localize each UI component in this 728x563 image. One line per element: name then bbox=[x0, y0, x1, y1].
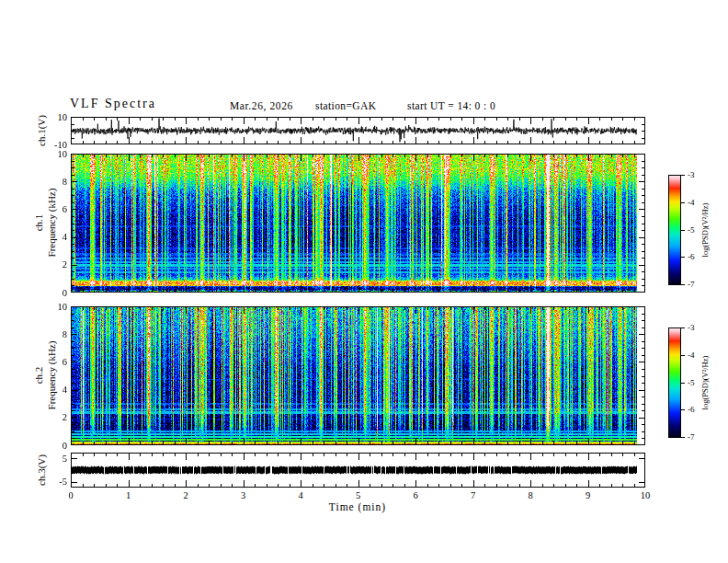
y-tick-label: 2 bbox=[43, 259, 67, 270]
colorbar-unit-label: log(PSD)(V²/Hz) bbox=[700, 203, 710, 258]
x-tick-label: 0 bbox=[57, 490, 85, 500]
x-tick-label: 5 bbox=[345, 490, 372, 500]
start-ut-label: start UT = 14: 0 : 0 bbox=[407, 100, 495, 111]
y-tick-label: 10 bbox=[43, 149, 67, 159]
colorbar-tick-label: -5 bbox=[688, 378, 695, 388]
x-tick-label: 9 bbox=[574, 490, 602, 500]
station-label: station=GAK bbox=[315, 100, 376, 111]
y-tick-label: 6 bbox=[43, 204, 67, 214]
colorbar-ch1 bbox=[668, 175, 687, 285]
ch2-frequency-axis-label: Frequency (kHz) bbox=[46, 341, 57, 410]
x-tick-label: 1 bbox=[115, 490, 142, 500]
colorbar-tick-label: -3 bbox=[688, 170, 695, 180]
ch3-waveform-plot bbox=[71, 453, 645, 488]
colorbar-tick-label: -7 bbox=[688, 432, 695, 442]
y-tick-label: 4 bbox=[43, 232, 67, 242]
x-tick-label: 10 bbox=[631, 490, 659, 500]
y-tick-label: 5 bbox=[43, 454, 67, 464]
colorbar-tick-label: -6 bbox=[688, 252, 695, 262]
ch2-spectrogram-channel-label: ch.2 bbox=[33, 367, 44, 385]
time-axis-label: Time (min) bbox=[329, 501, 386, 512]
ch1-waveform-plot bbox=[71, 117, 645, 144]
colorbar-tick-label: -5 bbox=[688, 225, 695, 236]
x-tick-label: 7 bbox=[460, 490, 487, 500]
y-tick-label: 4 bbox=[43, 385, 67, 395]
x-tick-label: 8 bbox=[517, 490, 544, 500]
y-tick-label: 6 bbox=[43, 357, 67, 367]
ch1-spectrogram-plot bbox=[71, 154, 645, 293]
y-tick-label: 8 bbox=[43, 177, 67, 187]
y-tick-label: 0 bbox=[43, 288, 67, 298]
ch1-frequency-axis-label: Frequency (kHz) bbox=[46, 189, 57, 258]
date-label: Mar.26, 2026 bbox=[230, 100, 293, 111]
colorbar-tick-label: -7 bbox=[688, 280, 695, 290]
colorbar-unit-label: log(PSD)(V²/Hz) bbox=[700, 356, 710, 410]
colorbar-tick-label: -4 bbox=[688, 198, 695, 208]
vlf-spectra-figure: VLF Spectra Mar.26, 2026 station=GAK sta… bbox=[0, 0, 728, 563]
x-tick-label: 3 bbox=[230, 490, 257, 500]
colorbar-ch2 bbox=[668, 327, 687, 438]
ch2-spectrogram-plot bbox=[71, 306, 645, 445]
colorbar-tick-label: -4 bbox=[688, 350, 695, 361]
x-tick-label: 4 bbox=[287, 490, 314, 500]
y-tick-label: 10 bbox=[43, 302, 67, 312]
colorbar-tick-label: -3 bbox=[688, 323, 695, 333]
y-tick-label: -5 bbox=[43, 477, 67, 487]
y-tick-label: 0 bbox=[43, 441, 67, 451]
colorbar-tick-label: -6 bbox=[688, 405, 695, 415]
ch1-spectrogram-channel-label: ch.1 bbox=[33, 214, 44, 232]
y-tick-label: 2 bbox=[43, 412, 67, 422]
y-tick-label: 8 bbox=[43, 329, 67, 339]
y-tick-label: 10 bbox=[43, 112, 67, 122]
x-tick-label: 2 bbox=[172, 490, 199, 500]
figure-title: VLF Spectra bbox=[70, 97, 156, 111]
x-tick-label: 6 bbox=[402, 490, 429, 500]
